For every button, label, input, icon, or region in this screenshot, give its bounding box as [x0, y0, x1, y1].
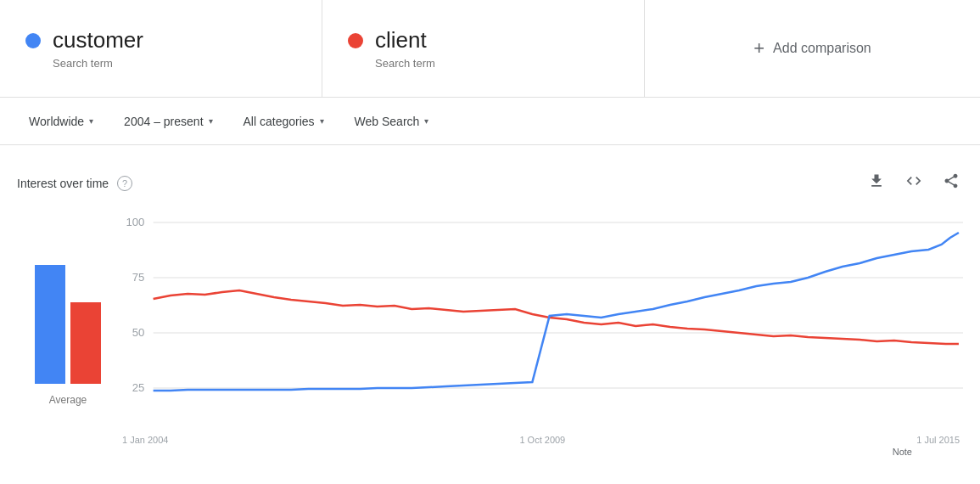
svg-text:50: 50 — [132, 326, 145, 339]
svg-text:25: 25 — [132, 381, 145, 394]
chart-svg-area: 100 75 50 25 1 Jan 2004 1 Oct 2009 1 Jul… — [119, 214, 963, 457]
share-button[interactable] — [939, 169, 963, 197]
svg-text:100: 100 — [126, 216, 144, 228]
note-label: Note — [893, 447, 912, 457]
x-label-2009: 1 Oct 2009 — [519, 435, 565, 445]
chart-section: Interest over time ? Average — [0, 154, 980, 474]
chart-header: Interest over time ? — [17, 154, 963, 205]
category-label: All categories — [244, 115, 315, 128]
help-icon[interactable]: ? — [117, 176, 132, 191]
chart-title: Interest over time — [17, 177, 109, 190]
searchtype-label: Web Search — [355, 115, 420, 128]
add-comparison-button[interactable]: + Add comparison — [645, 0, 980, 97]
svg-text:75: 75 — [132, 271, 145, 284]
chart-actions — [865, 169, 963, 197]
avg-bar-client — [70, 302, 101, 384]
searchtype-chevron-icon: ▾ — [424, 116, 428, 126]
term-client-header: client — [348, 27, 619, 53]
timerange-filter[interactable]: 2004 – present ▾ — [112, 110, 224, 133]
customer-dot — [25, 33, 41, 48]
customer-name: customer — [53, 27, 143, 53]
add-comparison-label: Add comparison — [773, 41, 871, 56]
main-chart-svg: 100 75 50 25 — [119, 214, 963, 435]
avg-section: Average — [17, 214, 119, 457]
term-customer-header: customer — [25, 27, 296, 53]
chart-title-group: Interest over time ? — [17, 176, 132, 191]
chart-container: Average 100 75 50 25 — [17, 214, 963, 457]
client-dot — [348, 33, 363, 48]
category-filter[interactable]: All categories ▾ — [232, 110, 336, 133]
searchtype-filter[interactable]: Web Search ▾ — [343, 110, 441, 133]
region-filter[interactable]: Worldwide ▾ — [17, 110, 105, 133]
term-customer: customer Search term — [0, 0, 322, 97]
filters-row: Worldwide ▾ 2004 – present ▾ All categor… — [0, 98, 980, 145]
plus-icon: + — [753, 37, 764, 59]
region-chevron-icon: ▾ — [89, 116, 93, 126]
region-label: Worldwide — [29, 115, 84, 128]
customer-sub: Search term — [25, 57, 296, 70]
category-chevron-icon: ▾ — [320, 116, 324, 126]
term-client: client Search term — [322, 0, 645, 97]
client-line — [154, 290, 959, 344]
avg-bar-customer — [35, 265, 65, 384]
timerange-chevron-icon: ▾ — [209, 116, 213, 126]
client-sub: Search term — [348, 57, 619, 70]
terms-row: customer Search term client Search term … — [0, 0, 980, 98]
x-label-2015: 1 Jul 2015 — [916, 435, 960, 445]
client-name: client — [375, 27, 427, 53]
avg-label: Average — [49, 394, 87, 406]
embed-button[interactable] — [902, 169, 926, 197]
timerange-label: 2004 – present — [124, 115, 203, 128]
customer-line — [154, 233, 959, 391]
download-button[interactable] — [865, 169, 888, 197]
x-label-2004: 1 Jan 2004 — [122, 435, 168, 445]
avg-bars — [35, 214, 101, 384]
